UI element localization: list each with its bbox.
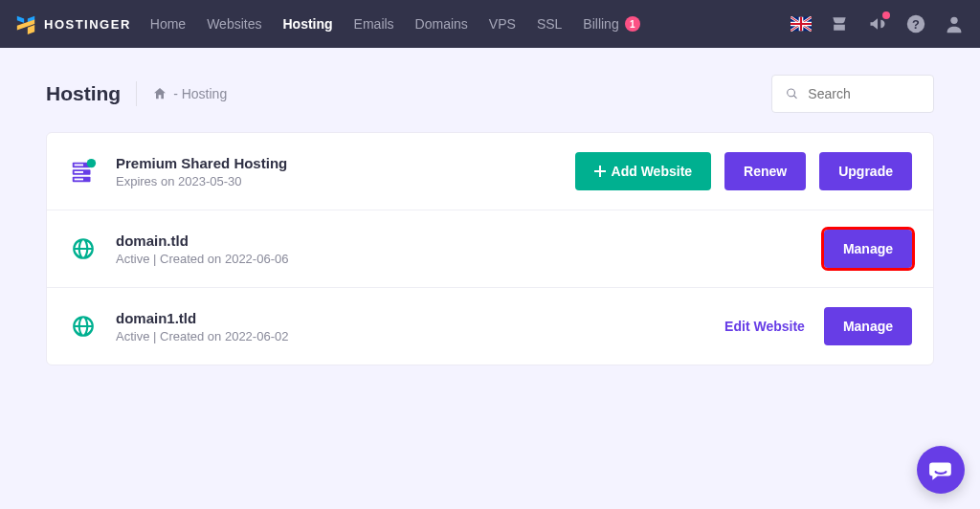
logo-mark-icon <box>15 13 36 34</box>
page-header: Hosting - Hosting <box>46 75 934 113</box>
nav-item-billing[interactable]: Billing 1 <box>583 16 639 32</box>
svg-text:?: ? <box>912 17 920 32</box>
chat-button[interactable] <box>917 446 965 494</box>
nav-item-hosting[interactable]: Hosting <box>282 16 332 32</box>
globe-icon <box>68 233 99 264</box>
plan-row: Premium Shared Hosting Expires on 2023-0… <box>47 133 933 210</box>
svg-rect-8 <box>75 171 83 173</box>
account-icon[interactable] <box>944 13 965 34</box>
plan-actions: Add Website Renew Upgrade <box>575 152 912 190</box>
plus-icon <box>594 166 606 177</box>
edit-website-link[interactable]: Edit Website <box>724 319 811 334</box>
notification-dot-icon <box>882 11 890 19</box>
upgrade-button[interactable]: Upgrade <box>819 152 912 190</box>
plan-text: Premium Shared Hosting Expires on 2023-0… <box>116 155 287 188</box>
help-icon[interactable]: ? <box>905 13 926 34</box>
plan-subtitle: Expires on 2023-05-30 <box>116 174 287 188</box>
breadcrumb-text: - Hosting <box>173 86 227 101</box>
chat-icon <box>928 457 953 482</box>
nav-right: ? <box>791 13 965 34</box>
home-icon <box>152 86 167 101</box>
divider <box>136 81 137 106</box>
svg-rect-9 <box>75 179 83 181</box>
search-box[interactable] <box>771 75 934 113</box>
svg-point-3 <box>950 17 957 24</box>
renew-button[interactable]: Renew <box>724 152 806 190</box>
domain-name: domain1.tld <box>116 310 288 326</box>
domain-status: Active | Created on 2022-06-06 <box>116 252 288 266</box>
add-website-button[interactable]: Add Website <box>575 152 712 190</box>
svg-rect-7 <box>75 165 83 166</box>
page-body: Hosting - Hosting <box>0 48 980 365</box>
manage-button[interactable]: Manage <box>824 307 912 345</box>
domain-actions: Manage <box>824 230 912 268</box>
nav-billing-label: Billing <box>583 16 618 32</box>
language-flag-icon[interactable] <box>791 13 812 34</box>
brand-logo[interactable]: HOSTINGER <box>15 13 131 34</box>
domain-text: domain1.tld Active | Created on 2022-06-… <box>116 310 288 343</box>
nav-item-emails[interactable]: Emails <box>354 16 394 32</box>
nav-item-domains[interactable]: Domains <box>415 16 468 32</box>
server-icon <box>68 156 99 187</box>
brand-name: HOSTINGER <box>44 17 131 32</box>
domain-text: domain.tld Active | Created on 2022-06-0… <box>116 232 288 266</box>
globe-icon <box>68 311 99 342</box>
nav-item-websites[interactable]: Websites <box>207 16 261 32</box>
nav-item-ssl[interactable]: SSL <box>537 16 562 32</box>
nav-item-home[interactable]: Home <box>150 16 186 32</box>
domain-status: Active | Created on 2022-06-02 <box>116 329 288 343</box>
svg-point-10 <box>87 159 96 167</box>
domain-row: domain1.tld Active | Created on 2022-06-… <box>47 288 933 365</box>
search-icon <box>786 86 798 101</box>
billing-badge: 1 <box>625 16 640 32</box>
breadcrumb[interactable]: - Hosting <box>152 86 227 101</box>
domain-row: domain.tld Active | Created on 2022-06-0… <box>47 210 933 288</box>
store-icon[interactable] <box>829 13 850 34</box>
page-title: Hosting <box>46 82 121 105</box>
domain-name: domain.tld <box>116 232 288 249</box>
domain-actions: Edit Website Manage <box>724 307 912 345</box>
nav-item-vps[interactable]: VPS <box>489 16 516 32</box>
nav-items: Home Websites Hosting Emails Domains VPS… <box>150 16 640 32</box>
hosting-card: Premium Shared Hosting Expires on 2023-0… <box>46 132 934 365</box>
add-website-label: Add Website <box>612 164 693 179</box>
announcements-icon[interactable] <box>867 13 888 34</box>
plan-title: Premium Shared Hosting <box>116 155 287 171</box>
manage-button[interactable]: Manage <box>824 230 912 268</box>
search-input[interactable] <box>808 86 920 101</box>
top-nav: HOSTINGER Home Websites Hosting Emails D… <box>0 0 980 48</box>
